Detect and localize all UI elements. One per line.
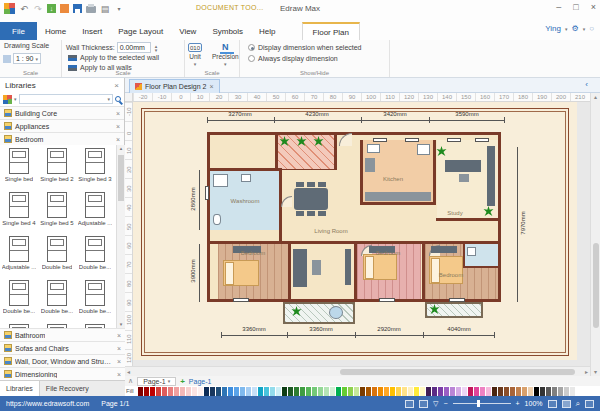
window-shape[interactable] xyxy=(447,138,461,142)
menu-item[interactable]: View xyxy=(171,22,204,40)
color-swatch[interactable] xyxy=(450,387,455,396)
color-swatch[interactable] xyxy=(354,387,359,396)
close-library-icon[interactable]: × xyxy=(117,345,121,352)
tab-file-recovery[interactable]: File Recovery xyxy=(40,381,95,396)
desk-shape[interactable] xyxy=(445,160,481,172)
color-swatch[interactable] xyxy=(342,387,347,396)
color-swatch[interactable] xyxy=(420,387,425,396)
save-icon[interactable] xyxy=(73,4,82,13)
color-swatch[interactable] xyxy=(312,387,317,396)
color-swatch[interactable] xyxy=(270,387,275,396)
color-swatch[interactable] xyxy=(192,387,197,396)
zoom-slider-knob[interactable] xyxy=(477,400,480,407)
close-button[interactable]: × xyxy=(591,2,596,12)
color-swatch[interactable] xyxy=(456,387,461,396)
library-category[interactable]: Bedroom × xyxy=(0,132,124,145)
user-dropdown-icon[interactable]: ▾ xyxy=(565,26,568,32)
color-swatch[interactable] xyxy=(318,387,323,396)
color-swatch[interactable] xyxy=(486,387,491,396)
chair-shape[interactable] xyxy=(318,211,326,216)
color-swatch[interactable] xyxy=(210,387,215,396)
window-shape[interactable] xyxy=(405,138,419,142)
color-swatch[interactable] xyxy=(246,387,251,396)
maximize-button[interactable]: □ xyxy=(573,2,578,12)
color-swatch[interactable] xyxy=(228,387,233,396)
window-shape[interactable] xyxy=(379,298,395,302)
zoom-in-icon[interactable]: + xyxy=(516,400,520,407)
color-swatch[interactable] xyxy=(540,387,545,396)
page-tab[interactable]: Page-1 ▾ xyxy=(137,377,176,386)
library-item[interactable]: Adjustable ... xyxy=(76,189,114,233)
fit-page-icon[interactable] xyxy=(548,400,557,408)
drawing-page[interactable]: Washroom Kitchen Study Living Room Bedro… xyxy=(133,102,577,360)
tv-stand-shape[interactable] xyxy=(345,249,351,285)
print-icon[interactable] xyxy=(86,6,96,13)
close-library-icon[interactable]: × xyxy=(116,136,120,143)
website-link[interactable]: https://www.edrawsoft.com xyxy=(6,400,89,407)
menu-item[interactable]: Page Layout xyxy=(110,22,171,40)
view-normal-icon[interactable] xyxy=(405,400,414,408)
library-category[interactable]: Bathroom × xyxy=(0,328,125,341)
color-swatch[interactable] xyxy=(360,387,365,396)
tab-floor-plan[interactable]: Floor Plan xyxy=(302,22,360,40)
shower-shape[interactable] xyxy=(213,174,228,187)
chair-shape[interactable] xyxy=(307,211,315,216)
library-item[interactable]: Double be... xyxy=(0,277,38,321)
coffee-table-shape[interactable] xyxy=(312,260,321,275)
precision-button[interactable]: N Precision ▾ xyxy=(212,43,239,67)
color-swatch[interactable] xyxy=(240,387,245,396)
dimension-line[interactable] xyxy=(221,335,495,336)
color-swatch[interactable] xyxy=(576,387,581,396)
color-swatch[interactable] xyxy=(282,387,287,396)
close-library-icon[interactable]: × xyxy=(117,371,121,378)
color-swatch[interactable] xyxy=(288,387,293,396)
bed-shape[interactable] xyxy=(223,260,259,286)
apply-selected-wall-button[interactable]: Apply to the selected wall xyxy=(80,54,159,61)
library-item[interactable]: Single bed 5 xyxy=(38,189,76,233)
close-library-icon[interactable]: × xyxy=(116,110,120,117)
color-swatch[interactable] xyxy=(564,387,569,396)
window-shape[interactable] xyxy=(373,138,387,142)
library-category[interactable]: Wall, Door, Window and Structure × xyxy=(0,354,125,367)
color-swatch[interactable] xyxy=(216,387,221,396)
add-page-button[interactable]: + xyxy=(180,377,185,386)
color-swatch[interactable] xyxy=(528,387,533,396)
color-swatch[interactable] xyxy=(552,387,557,396)
close-library-icon[interactable]: × xyxy=(117,332,121,339)
color-swatch[interactable] xyxy=(174,387,179,396)
library-category[interactable]: Sofas and Chairs × xyxy=(0,341,125,354)
unit-button[interactable]: 010 Unit ▾ xyxy=(188,43,202,67)
color-swatch[interactable] xyxy=(444,387,449,396)
washbasin-shape[interactable] xyxy=(241,174,251,182)
office-chair-shape[interactable] xyxy=(459,174,469,182)
color-swatch[interactable] xyxy=(276,387,281,396)
undo-icon[interactable]: ↶ xyxy=(19,4,29,14)
import-icon[interactable]: ↓ xyxy=(47,4,56,13)
stove-shape[interactable] xyxy=(417,144,430,155)
fridge-shape[interactable] xyxy=(365,158,375,172)
library-menu-dropdown-icon[interactable]: ▾ xyxy=(14,96,17,102)
color-swatch[interactable] xyxy=(396,387,401,396)
chair-shape[interactable] xyxy=(296,182,304,187)
color-swatch[interactable] xyxy=(180,387,185,396)
wardrobe-shape[interactable] xyxy=(431,246,457,253)
color-swatch[interactable] xyxy=(510,387,515,396)
menu-item-file[interactable]: File xyxy=(0,22,37,40)
tab-libraries[interactable]: Libraries xyxy=(0,381,40,396)
sync-icon[interactable]: ○ xyxy=(589,24,594,33)
color-swatch[interactable] xyxy=(348,387,353,396)
library-category[interactable]: Dimensioning × xyxy=(0,367,125,380)
library-category[interactable]: Appliances × xyxy=(0,119,124,132)
color-swatch[interactable] xyxy=(294,387,299,396)
horizontal-scrollbar[interactable]: ◂▸ xyxy=(125,366,590,376)
toilet-shape[interactable] xyxy=(213,214,221,225)
collapse-panel-icon[interactable]: ‹ xyxy=(585,80,588,89)
zoom-level[interactable]: 100% xyxy=(525,400,543,407)
library-item[interactable]: Double be... xyxy=(76,233,114,277)
library-item[interactable]: Double be... xyxy=(38,277,76,321)
customize-toolbar-icon[interactable]: ▾ xyxy=(114,4,124,14)
dimension-line[interactable] xyxy=(199,170,200,230)
preview-icon[interactable]: ▤ xyxy=(100,4,110,14)
sofa-shape[interactable] xyxy=(293,249,307,287)
ensuite-sink-shape[interactable] xyxy=(467,247,476,256)
